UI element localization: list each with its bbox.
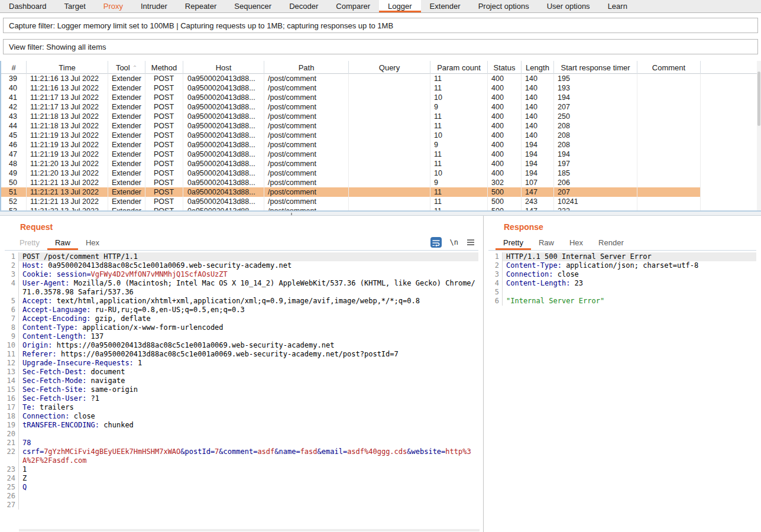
table-row[interactable]: 4311:21:18 13 Jul 2022ExtenderPOST0a9500…: [1, 112, 757, 121]
table-row[interactable]: 5011:21:21 13 Jul 2022ExtenderPOST0a9500…: [1, 178, 757, 187]
cell-comment: [637, 150, 701, 159]
view-filter-bar[interactable]: View filter: Showing all items: [3, 39, 758, 54]
cell-start-response-timer: 195: [554, 74, 637, 83]
code-line: 11Referer: https://0a9500020413d88ac08c5…: [5, 350, 478, 359]
table-row[interactable]: 5111:21:21 13 Jul 2022ExtenderPOST0a9500…: [1, 187, 757, 197]
line-content: Sec-Fetch-User: ?1: [19, 394, 478, 403]
line-number: 12: [5, 359, 19, 368]
line-content: Sec-Fetch-Site: same-origin: [19, 385, 478, 394]
code-line: 19tRANSFER-ENCODING: chunked: [5, 421, 478, 430]
cell--: 52: [1, 197, 27, 206]
line-number: 10: [5, 341, 19, 350]
tab-project-options[interactable]: Project options: [469, 0, 538, 12]
cell--: 46: [1, 140, 27, 150]
cell-length: 243: [522, 197, 554, 206]
request-editor[interactable]: 1POST /post/comment HTTP/1.12Host: 0a950…: [5, 250, 478, 527]
table-row[interactable]: 4911:21:20 13 Jul 2022ExtenderPOST0a9500…: [1, 168, 757, 178]
column-header-time[interactable]: Time: [27, 61, 108, 74]
column-header-label: Method: [151, 63, 177, 72]
column-header--[interactable]: #: [1, 61, 27, 74]
menu-icon[interactable]: [467, 239, 475, 246]
column-header-status[interactable]: Status: [488, 61, 522, 74]
cell-query: [349, 187, 430, 197]
table-row[interactable]: 4211:21:17 13 Jul 2022ExtenderPOST0a9500…: [1, 102, 757, 112]
cell--: 42: [1, 102, 27, 112]
cell-query: [349, 159, 430, 168]
tab-comparer[interactable]: Comparer: [327, 0, 379, 12]
tab-repeater[interactable]: Repeater: [176, 0, 225, 12]
table-row[interactable]: 4111:21:17 13 Jul 2022ExtenderPOST0a9500…: [1, 93, 757, 102]
cell-start-response-timer: 250: [554, 112, 637, 121]
cell-comment: [637, 140, 701, 150]
table-scrollbar[interactable]: [757, 61, 761, 210]
cell-length: 140: [522, 102, 554, 112]
request-tab-raw[interactable]: Raw: [47, 235, 78, 250]
table-row[interactable]: 5211:21:21 13 Jul 2022ExtenderPOST0a9500…: [1, 197, 757, 206]
cell-start-response-timer: 208: [554, 121, 637, 131]
table-row[interactable]: 4711:21:19 13 Jul 2022ExtenderPOST0a9500…: [1, 150, 757, 159]
column-header-label: Comment: [652, 63, 685, 72]
line-number: 14: [5, 377, 19, 385]
word-wrap-icon[interactable]: [430, 237, 442, 248]
response-tab-raw[interactable]: Raw: [531, 235, 562, 250]
cell-tool: Extender: [108, 121, 145, 131]
cell-method: POST: [145, 112, 183, 121]
cell-path: /post/comment: [264, 121, 349, 131]
line-number: 7: [5, 314, 19, 323]
table-scrollbar-thumb[interactable]: [757, 72, 760, 126]
tab-extender[interactable]: Extender: [421, 0, 469, 12]
splitter-grip-icon: [291, 213, 292, 215]
cell-method: POST: [145, 178, 183, 187]
newline-icon[interactable]: \n: [450, 238, 458, 246]
tab-sequencer[interactable]: Sequencer: [225, 0, 280, 12]
response-tab-pretty[interactable]: Pretty: [496, 235, 531, 250]
request-tab-hex[interactable]: Hex: [78, 235, 107, 250]
column-header-start-response-timer[interactable]: Start response timer: [554, 61, 637, 74]
code-line: 231: [5, 465, 478, 474]
tab-decoder[interactable]: Decoder: [280, 0, 327, 12]
cell-method: POST: [145, 140, 183, 150]
response-editor[interactable]: 1HTTP/1.1 500 Internal Server Error2Cont…: [488, 250, 756, 527]
table-row[interactable]: 4411:21:18 13 Jul 2022ExtenderPOST0a9500…: [1, 121, 757, 131]
column-header-query[interactable]: Query: [349, 61, 430, 74]
cell-param-count: 11: [430, 159, 488, 168]
tab-user-options[interactable]: User options: [538, 0, 599, 12]
table-row[interactable]: 5311:21:22 13 Jul 2022ExtenderPOST0a9500…: [1, 206, 757, 210]
cell-comment: [637, 112, 701, 121]
tab-target[interactable]: Target: [56, 0, 95, 12]
tab-proxy[interactable]: Proxy: [95, 0, 132, 12]
horizontal-splitter[interactable]: [0, 210, 761, 216]
tab-intruder[interactable]: Intruder: [132, 0, 176, 12]
request-editor-hscrollbar[interactable]: [19, 529, 480, 531]
column-header-length[interactable]: Length: [522, 61, 554, 74]
tab-dashboard[interactable]: Dashboard: [0, 0, 56, 12]
cell-filler: [701, 102, 757, 112]
tab-logger[interactable]: Logger: [379, 0, 420, 12]
response-tab-render[interactable]: Render: [591, 235, 632, 250]
cell-method: POST: [145, 121, 183, 131]
cell-method: POST: [145, 93, 183, 102]
cell-status: 400: [488, 93, 522, 102]
column-header-tool[interactable]: Tool⌃: [108, 61, 145, 74]
column-header-param-count[interactable]: Param count: [430, 61, 488, 74]
line-number: 2: [5, 261, 19, 270]
code-line: 2Host: 0a9500020413d88ac08c5c1e001a0069.…: [5, 261, 478, 270]
request-tab-pretty[interactable]: Pretty: [12, 235, 47, 250]
cell-comment: [637, 83, 701, 93]
line-content: Accept-Language: ru-RU,ru;q=0.8,en-US;q=…: [19, 306, 478, 314]
table-row[interactable]: 4611:21:19 13 Jul 2022ExtenderPOST0a9500…: [1, 140, 757, 150]
table-row[interactable]: 4511:21:19 13 Jul 2022ExtenderPOST0a9500…: [1, 131, 757, 140]
table-row[interactable]: 4011:21:16 13 Jul 2022ExtenderPOST0a9500…: [1, 83, 757, 93]
code-line: 4Content-Length: 23: [488, 279, 756, 288]
capture-filter-bar[interactable]: Capture filter: Logger memory limit set …: [3, 18, 758, 33]
tab-learn[interactable]: Learn: [599, 0, 636, 12]
column-header-comment[interactable]: Comment: [637, 61, 701, 74]
view-filter-label: View filter: Showing all items: [9, 43, 106, 51]
table-row[interactable]: 3911:21:16 13 Jul 2022ExtenderPOST0a9500…: [1, 74, 757, 83]
column-header-host[interactable]: Host: [183, 61, 264, 74]
column-header-path[interactable]: Path: [264, 61, 349, 74]
response-tab-hex[interactable]: Hex: [562, 235, 591, 250]
column-header-method[interactable]: Method: [145, 61, 183, 74]
cell-comment: [637, 102, 701, 112]
table-row[interactable]: 4811:21:20 13 Jul 2022ExtenderPOST0a9500…: [1, 159, 757, 168]
